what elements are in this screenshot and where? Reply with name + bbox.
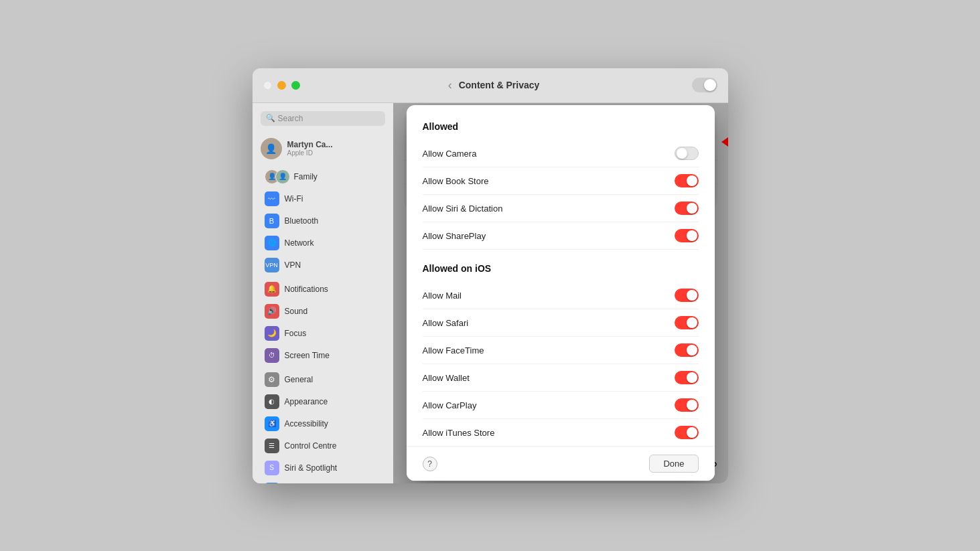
camera-label: Allow Camera bbox=[423, 149, 477, 159]
sidebar-label-bluetooth: Bluetooth bbox=[285, 216, 319, 226]
notifications-icon: 🔔 bbox=[265, 282, 279, 297]
sidebar-label-siri: Siri & Spotlight bbox=[285, 463, 338, 473]
content: › › › › ? bbox=[393, 103, 728, 483]
toggle-row-mail: Allow Mail bbox=[423, 282, 699, 309]
safari-toggle-knob bbox=[687, 317, 697, 328]
modal-overlay: Allowed Allow Camera Allow Book Store bbox=[393, 103, 728, 483]
carplay-toggle[interactable] bbox=[675, 398, 699, 412]
sidebar-item-general[interactable]: ⚙ General bbox=[257, 369, 389, 390]
done-button[interactable]: Done bbox=[649, 455, 698, 473]
arrow-head bbox=[721, 123, 728, 161]
toggle-row-shareplay: Allow SharePlay bbox=[423, 222, 699, 250]
toggle-row-safari: Allow Safari bbox=[423, 309, 699, 337]
sidebar-item-vpn[interactable]: VPN VPN bbox=[257, 254, 389, 276]
sidebar-section-system: 🔔 Notifications 🔊 Sound 🌙 Focus ⏱ Screen… bbox=[253, 279, 393, 366]
wallet-toggle[interactable] bbox=[675, 371, 699, 384]
sidebar-item-control-centre[interactable]: ☰ Control Centre bbox=[257, 435, 389, 457]
sidebar-item-siri[interactable]: S Siri & Spotlight bbox=[257, 457, 389, 479]
facetime-label: Allow FaceTime bbox=[423, 345, 484, 356]
family-item[interactable]: 👤 👤 Family bbox=[257, 166, 389, 187]
sidebar-label-sound: Sound bbox=[285, 307, 308, 316]
vpn-icon: VPN bbox=[265, 258, 279, 272]
toggle-row-facetime: Allow FaceTime bbox=[423, 337, 699, 364]
modal-body: Allowed Allow Camera Allow Book Store bbox=[407, 105, 715, 446]
wallet-label: Allow Wallet bbox=[423, 373, 470, 383]
minimize-button[interactable] bbox=[277, 81, 286, 90]
window: ‹ Content & Privacy 🔍 Search 👤 Martyn Ca… bbox=[253, 68, 728, 483]
titlebar-right bbox=[677, 78, 717, 92]
itunes-label: Allow iTunes Store bbox=[423, 428, 495, 438]
modal-wrapper: Allowed Allow Camera Allow Book Store bbox=[407, 105, 715, 481]
main-toggle-knob bbox=[704, 79, 716, 91]
sidebar-label-network: Network bbox=[285, 238, 314, 248]
user-name: Martyn Ca... bbox=[287, 140, 333, 149]
sidebar-item-accessibility[interactable]: ♿ Accessibility bbox=[257, 413, 389, 435]
modal: Allowed Allow Camera Allow Book Store bbox=[407, 105, 715, 481]
sidebar-item-focus[interactable]: 🌙 Focus bbox=[257, 323, 389, 344]
close-button[interactable] bbox=[263, 81, 272, 90]
shareplay-toggle[interactable] bbox=[675, 229, 699, 242]
sidebar-label-control-centre: Control Centre bbox=[285, 441, 337, 451]
siri-toggle[interactable] bbox=[675, 202, 699, 215]
sidebar-item-privacy[interactable]: 🛡 Privacy & Security bbox=[257, 479, 389, 483]
control-centre-icon: ☰ bbox=[265, 439, 279, 453]
sidebar-label-appearance: Appearance bbox=[285, 397, 328, 406]
carplay-label: Allow CarPlay bbox=[423, 400, 477, 410]
safari-toggle[interactable] bbox=[675, 316, 699, 329]
titlebar-center: ‹ Content & Privacy bbox=[311, 78, 677, 92]
network-icon: 🌐 bbox=[265, 236, 279, 250]
toggle-row-book-store: Allow Book Store bbox=[423, 167, 699, 195]
toggle-row-siri: Allow Siri & Dictation bbox=[423, 195, 699, 222]
search-placeholder: Search bbox=[278, 114, 303, 123]
toggle-row-itunes: Allow iTunes Store bbox=[423, 419, 699, 446]
sidebar-item-network[interactable]: 🌐 Network bbox=[257, 232, 389, 254]
mail-toggle[interactable] bbox=[675, 289, 699, 302]
sidebar-label-vpn: VPN bbox=[285, 260, 301, 270]
book-store-label: Allow Book Store bbox=[423, 176, 489, 186]
sidebar-label-notifications: Notifications bbox=[285, 285, 328, 294]
sidebar-section-prefs: ⚙ General ◐ Appearance ♿ Accessibility ☰… bbox=[253, 369, 393, 483]
search-bar[interactable]: 🔍 Search bbox=[261, 111, 385, 126]
red-arrow bbox=[721, 123, 728, 161]
avatar: 👤 bbox=[261, 138, 282, 159]
sidebar-item-notifications[interactable]: 🔔 Notifications bbox=[257, 279, 389, 300]
sidebar-label-general: General bbox=[285, 375, 313, 384]
book-store-toggle[interactable] bbox=[675, 174, 699, 187]
wifi-icon: 〰 bbox=[265, 191, 279, 206]
user-section: 👤 Martyn Ca... Apple ID bbox=[253, 134, 393, 163]
facetime-toggle-knob bbox=[687, 345, 697, 356]
sidebar-label-focus: Focus bbox=[285, 329, 307, 338]
family-label: Family bbox=[294, 172, 318, 181]
sidebar-item-sound[interactable]: 🔊 Sound bbox=[257, 301, 389, 322]
allowed-section-title: Allowed bbox=[423, 121, 699, 132]
sidebar-section-network: 〰 Wi-Fi B Bluetooth 🌐 Network VPN VPN bbox=[253, 188, 393, 276]
back-button[interactable]: ‹ bbox=[448, 78, 452, 92]
help-button[interactable]: ? bbox=[423, 457, 437, 471]
sidebar-item-screen-time[interactable]: ⏱ Screen Time bbox=[257, 345, 389, 366]
facetime-toggle[interactable] bbox=[675, 343, 699, 357]
general-icon: ⚙ bbox=[265, 372, 279, 387]
camera-toggle-knob bbox=[677, 148, 687, 159]
sidebar-item-wifi[interactable]: 〰 Wi-Fi bbox=[257, 188, 389, 210]
window-title: Content & Privacy bbox=[459, 80, 540, 90]
appearance-icon: ◐ bbox=[265, 394, 279, 409]
search-icon: 🔍 bbox=[266, 114, 275, 123]
sidebar: 🔍 Search 👤 Martyn Ca... Apple ID 👤 👤 Fam… bbox=[253, 103, 393, 483]
siri-icon: S bbox=[265, 461, 279, 475]
screen-time-icon: ⏱ bbox=[265, 348, 279, 363]
sidebar-label-screen-time: Screen Time bbox=[285, 351, 330, 360]
sidebar-item-appearance[interactable]: ◐ Appearance bbox=[257, 391, 389, 412]
sidebar-label-wifi: Wi-Fi bbox=[285, 194, 303, 204]
focus-icon: 🌙 bbox=[265, 326, 279, 341]
sidebar-label-accessibility: Accessibility bbox=[285, 419, 328, 428]
bluetooth-icon: B bbox=[265, 214, 279, 228]
wallet-toggle-knob bbox=[687, 372, 697, 383]
titlebar: ‹ Content & Privacy bbox=[253, 68, 728, 103]
maximize-button[interactable] bbox=[291, 81, 300, 90]
sidebar-item-bluetooth[interactable]: B Bluetooth bbox=[257, 210, 389, 232]
privacy-icon: 🛡 bbox=[265, 483, 279, 483]
itunes-toggle[interactable] bbox=[675, 426, 699, 439]
main-toggle[interactable] bbox=[692, 78, 717, 92]
camera-toggle[interactable] bbox=[675, 147, 699, 160]
toggle-row-carplay: Allow CarPlay bbox=[423, 392, 699, 419]
